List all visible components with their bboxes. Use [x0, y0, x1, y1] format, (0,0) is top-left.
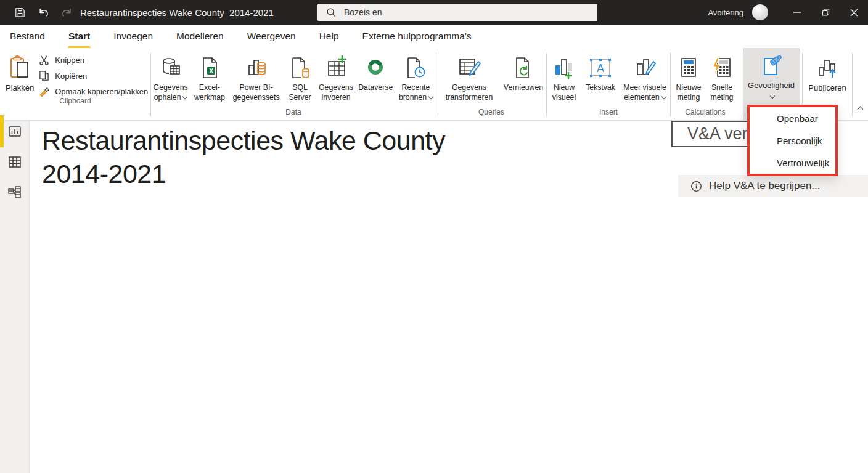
ribbon-group-queries: Gegevens transformeren Vernieuwen	[436, 48, 546, 120]
publish-button[interactable]: Publiceren	[805, 52, 850, 93]
tab-externe-hulpprogrammas[interactable]: Externe hulpprogramma's	[361, 28, 473, 44]
quick-measure-label-2: meting	[711, 93, 734, 102]
cut-label: Knippen	[55, 55, 84, 65]
collapse-ribbon-button[interactable]	[858, 103, 862, 114]
refresh-icon	[512, 52, 535, 83]
tab-start[interactable]: Start	[67, 28, 91, 44]
powerbi-datasets-label-1: Power BI-	[240, 83, 273, 92]
get-data-button[interactable]: Gegevens ophalen	[151, 52, 190, 102]
menu-item-openbaar[interactable]: Openbaar	[750, 107, 835, 129]
svg-text:X: X	[209, 68, 213, 75]
new-visual-icon	[552, 52, 576, 83]
enter-data-label-1: Gegevens	[319, 83, 353, 92]
save-icon	[14, 7, 26, 18]
refresh-button[interactable]: Vernieuwen	[501, 52, 546, 93]
excel-workbook-button[interactable]: X Excel- werkmap	[191, 52, 227, 102]
text-box-button[interactable]: A Tekstvak	[581, 52, 620, 93]
report-view-button[interactable]	[7, 125, 22, 139]
new-visual-label-1: Nieuw	[554, 83, 575, 92]
restore-button[interactable]	[811, 0, 840, 25]
format-painter-button[interactable]: Opmaak kopiëren/plakken	[37, 86, 148, 97]
new-visual-label-2: visueel	[552, 93, 576, 102]
model-view-button[interactable]	[7, 185, 22, 199]
quick-measure-label-1: Snelle	[711, 83, 732, 92]
tab-help[interactable]: Help	[318, 28, 340, 44]
transform-data-label-1: Gegevens	[452, 83, 486, 92]
powerbi-datasets-label-2: gegevenssets	[233, 93, 280, 102]
get-data-label-2: ophalen	[154, 93, 181, 102]
excel-workbook-icon: X	[199, 52, 221, 83]
copy-button[interactable]: Kopiëren	[37, 70, 148, 81]
sql-server-button[interactable]: SQL Server	[285, 52, 316, 102]
qa-help-text: Help V&A te begrijpen...	[709, 180, 821, 192]
search-input[interactable]: Bozeis en	[317, 4, 597, 21]
group-label-queries: Queries	[436, 108, 546, 120]
paste-button[interactable]: Plakken	[5, 52, 35, 97]
qa-visual-text: V&A ver	[687, 124, 748, 144]
ribbon: Plakken Knippen	[0, 48, 868, 121]
get-data-label-1: Gegevens	[154, 83, 188, 92]
recent-sources-button[interactable]: Recente bronnen	[396, 52, 436, 102]
info-icon	[690, 180, 702, 192]
transform-data-button[interactable]: Gegevens transformeren	[437, 52, 501, 102]
search-icon	[326, 7, 337, 18]
sql-server-label-2: Server	[289, 93, 311, 102]
format-painter-label: Opmaak kopiëren/plakken	[55, 87, 148, 96]
paste-label: Plakken	[6, 83, 34, 93]
report-title-line2: 2014-2021	[42, 157, 445, 190]
dataverse-icon	[363, 52, 388, 83]
group-label-clipboard: Clipboard	[0, 97, 150, 109]
dataverse-label: Dataverse	[358, 83, 393, 92]
view-sidebar	[0, 121, 30, 473]
restore-icon	[822, 9, 830, 17]
ribbon-group-data: Gegevens ophalen X Excel- werkmap	[151, 48, 436, 120]
qa-help-bar[interactable]: Help V&A te begrijpen...	[678, 175, 868, 197]
more-visuals-label-2: elementen	[624, 93, 659, 102]
chevron-down-icon	[182, 94, 187, 99]
powerbi-datasets-button[interactable]: Power BI- gegevenssets	[229, 52, 284, 102]
tab-weergeven[interactable]: Weergeven	[246, 28, 297, 44]
save-button[interactable]	[12, 4, 27, 21]
tab-modelleren[interactable]: Modelleren	[175, 28, 225, 44]
minimize-button[interactable]	[783, 0, 811, 25]
undo-icon	[37, 6, 50, 19]
group-label-data: Data	[151, 108, 436, 120]
more-visuals-button[interactable]: Meer visuele elementen	[620, 52, 670, 102]
quick-measure-icon	[711, 52, 733, 83]
report-canvas-area: Restaurantinspecties Wake County 2014-20…	[0, 121, 868, 473]
tab-bestand[interactable]: Bestand	[9, 28, 46, 44]
undo-button[interactable]	[36, 4, 51, 21]
menu-item-persoonlijk[interactable]: Persoonlijk	[750, 129, 835, 152]
menu-item-vertrouwelijk[interactable]: Vertrouwelijk	[750, 152, 835, 174]
text-box-label: Tekstvak	[586, 83, 615, 92]
sql-server-icon	[289, 52, 312, 83]
redo-button[interactable]	[59, 4, 74, 21]
sensitivity-dropdown-menu: Openbaar Persoonlijk Vertrouwelijk	[747, 105, 838, 176]
refresh-label: Vernieuwen	[504, 83, 543, 92]
data-view-button[interactable]	[7, 155, 22, 169]
tab-invoegen[interactable]: Invoegen	[112, 28, 154, 44]
cut-icon	[37, 55, 51, 65]
transform-data-label-2: transformeren	[446, 93, 493, 102]
ribbon-tab-bar: Bestand Start Invoegen Modelleren Weerge…	[0, 25, 868, 48]
enter-data-button[interactable]: Gegevens invoeren	[316, 52, 355, 102]
ribbon-group-insert: Nieuw visueel A Tekstvak	[547, 48, 670, 120]
avatar[interactable]	[752, 4, 768, 20]
chevron-up-icon	[858, 107, 864, 113]
get-data-icon	[158, 52, 183, 83]
svg-text:A: A	[597, 62, 604, 75]
ribbon-group-calculations: Nieuwe meting	[671, 48, 740, 120]
new-measure-button[interactable]: Nieuwe meting	[672, 52, 705, 102]
cut-button[interactable]: Knippen	[37, 55, 148, 65]
new-visual-button[interactable]: Nieuw visueel	[547, 52, 581, 102]
account-label[interactable]: Avoitering	[708, 8, 743, 17]
transform-data-icon	[456, 52, 482, 83]
qa-visual-box[interactable]: V&A ver	[671, 121, 750, 147]
quick-measure-button[interactable]: Snelle meting	[705, 52, 739, 102]
window-title: Restaurantinspecties Wake County 2014-20…	[80, 0, 274, 25]
more-visuals-label-1: Meer visuele	[623, 83, 666, 92]
close-button[interactable]	[840, 0, 868, 25]
report-title[interactable]: Restaurantinspecties Wake County 2014-20…	[42, 124, 445, 190]
report-view-icon	[8, 126, 22, 138]
dataverse-button[interactable]: Dataverse	[357, 52, 395, 93]
